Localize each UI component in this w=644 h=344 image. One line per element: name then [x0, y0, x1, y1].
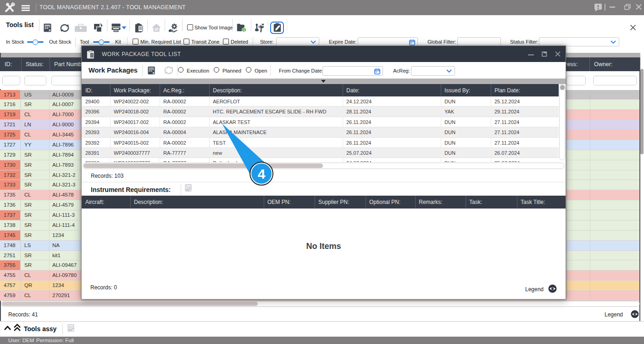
- svg-text:x: x: [49, 28, 51, 32]
- svg-text:x: x: [72, 328, 74, 332]
- svg-text:x: x: [189, 188, 191, 192]
- svg-text:4: 4: [258, 166, 266, 181]
- svg-text:1: 1: [243, 28, 245, 32]
